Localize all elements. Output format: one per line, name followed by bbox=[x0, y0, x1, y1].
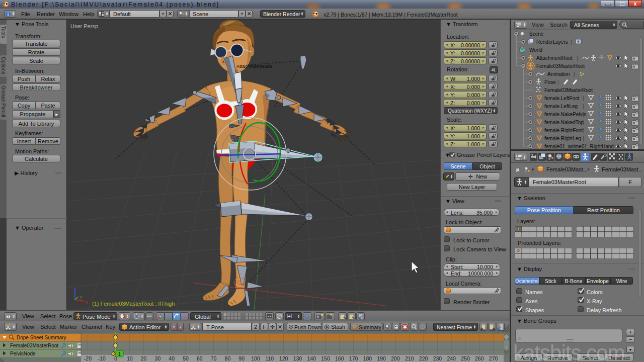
svg-text:female.LeftFoot: female.LeftFoot bbox=[544, 96, 580, 101]
svg-text:250: 250 bbox=[461, 355, 470, 361]
svg-text:AttachmentNode: AttachmentNode bbox=[236, 63, 272, 69]
svg-text:180: 180 bbox=[363, 355, 372, 361]
svg-text:|: | bbox=[583, 104, 584, 109]
svg-text:240: 240 bbox=[447, 355, 456, 361]
svg-text:RenderLayers: RenderLayers bbox=[536, 39, 568, 45]
svg-text:User Persp: User Persp bbox=[70, 23, 98, 29]
svg-text:120: 120 bbox=[279, 355, 288, 361]
svg-text:female.RightFoot: female.RightFoot bbox=[544, 128, 583, 133]
svg-text:270: 270 bbox=[489, 355, 498, 361]
svg-text:World: World bbox=[529, 47, 542, 53]
svg-text:Female03MasterRoot: Female03MasterRoot bbox=[544, 87, 593, 93]
svg-text:100: 100 bbox=[251, 355, 260, 361]
svg-text:Dope Sheet Summary: Dope Sheet Summary bbox=[17, 335, 66, 340]
svg-text:150: 150 bbox=[321, 355, 330, 361]
svg-text:40: 40 bbox=[169, 355, 175, 361]
svg-text:|: | bbox=[557, 79, 559, 85]
svg-text:80: 80 bbox=[225, 355, 231, 361]
svg-text:140: 140 bbox=[307, 355, 316, 361]
svg-text:AttachmentRoot: AttachmentRoot bbox=[536, 55, 573, 61]
svg-text:|: | bbox=[583, 112, 584, 117]
svg-text:110: 110 bbox=[265, 355, 274, 361]
svg-text:female.RightLeg: female.RightLeg bbox=[544, 136, 581, 141]
svg-text:female.NakedTop: female.NakedTop bbox=[544, 120, 584, 125]
svg-text:x: x bbox=[86, 300, 88, 305]
svg-text:|: | bbox=[583, 96, 584, 101]
svg-text:Animation: Animation bbox=[547, 71, 570, 77]
svg-text:190: 190 bbox=[377, 355, 386, 361]
svg-text:1: 1 bbox=[118, 351, 121, 357]
svg-text:160: 160 bbox=[335, 355, 344, 361]
svg-text:|: | bbox=[583, 136, 584, 141]
svg-text:130: 130 bbox=[293, 355, 302, 361]
svg-text:Female03Mast...: Female03Mast... bbox=[602, 166, 642, 172]
svg-text:Female03Mast...: Female03Mast... bbox=[546, 166, 588, 172]
svg-text:|: | bbox=[571, 39, 572, 45]
svg-text:|: | bbox=[583, 128, 584, 133]
svg-text:10: 10 bbox=[127, 355, 133, 361]
svg-text:female.NakePelvis: female.NakePelvis bbox=[544, 112, 586, 117]
svg-text:+: + bbox=[505, 345, 508, 350]
svg-text:female.LeftLeg: female.LeftLeg bbox=[544, 104, 578, 109]
svg-text:220: 220 bbox=[419, 355, 428, 361]
svg-text:-10: -10 bbox=[98, 355, 106, 361]
svg-text:Y: Y bbox=[79, 295, 83, 300]
svg-text:50: 50 bbox=[183, 355, 189, 361]
svg-text:30: 30 bbox=[155, 355, 161, 361]
svg-text:(1) Female03MasterRoot : lfThi: (1) Female03MasterRoot : lfThigh bbox=[92, 301, 175, 307]
svg-text:-20: -20 bbox=[84, 355, 92, 361]
svg-text:90: 90 bbox=[238, 355, 245, 361]
svg-text:PelvisNode: PelvisNode bbox=[10, 351, 36, 356]
svg-text:20: 20 bbox=[141, 355, 147, 361]
svg-text:|: | bbox=[574, 71, 575, 77]
svg-text:230: 230 bbox=[433, 355, 442, 361]
svg-text:Female03MasterRoot: Female03MasterRoot bbox=[536, 63, 585, 69]
svg-text:200: 200 bbox=[391, 355, 400, 361]
svg-text:210: 210 bbox=[405, 355, 414, 361]
svg-text:Scene: Scene bbox=[529, 31, 544, 37]
svg-text:female01_anime01_RightHand: female01_anime01_RightHand bbox=[544, 144, 614, 149]
svg-text:Pose: Pose bbox=[544, 79, 556, 85]
svg-text:70: 70 bbox=[211, 355, 217, 361]
svg-text:260: 260 bbox=[475, 355, 484, 361]
svg-text:Female03MasterRoot: Female03MasterRoot bbox=[10, 343, 58, 348]
svg-text:60: 60 bbox=[197, 355, 203, 361]
svg-text:|: | bbox=[577, 55, 578, 61]
svg-text:170: 170 bbox=[349, 355, 358, 361]
svg-text:|: | bbox=[583, 120, 584, 125]
